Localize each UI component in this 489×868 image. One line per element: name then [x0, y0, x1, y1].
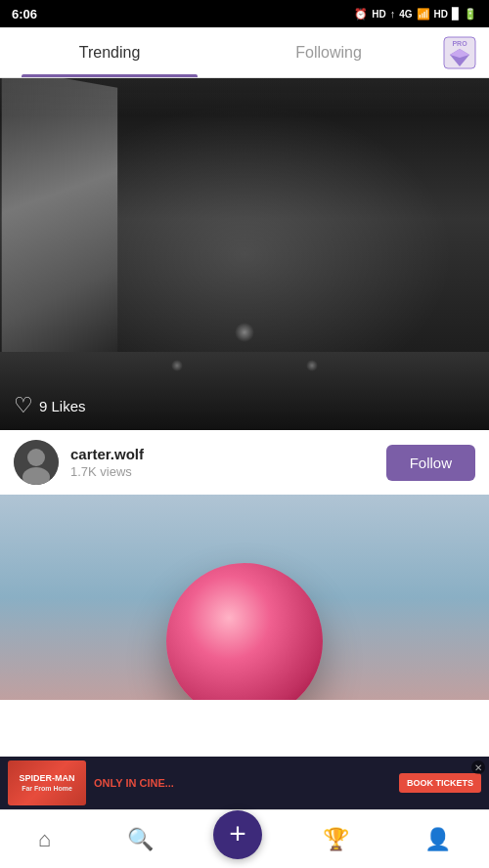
- tab-trending[interactable]: Trending: [0, 27, 219, 77]
- time: 6:06: [12, 7, 37, 22]
- username[interactable]: carter.wolf: [70, 446, 386, 462]
- ad-banner: SPIDER-MAN Far From Home ONLY IN CINE...…: [0, 757, 489, 809]
- home-icon: ⌂: [38, 827, 51, 852]
- pink-ball: [166, 563, 323, 700]
- wifi-icon: 📶: [417, 8, 430, 21]
- ad-movie-subtitle: Far From Home: [19, 784, 74, 793]
- tab-navigation: Trending Following PRO: [0, 27, 489, 78]
- ad-close-button[interactable]: ✕: [471, 760, 485, 774]
- signal-icon: ↑: [390, 8, 396, 20]
- bottom-navigation: ⌂ 🔍 + 🏆 👤: [0, 809, 489, 868]
- hd-badge-2: HD: [434, 9, 448, 20]
- tab-following[interactable]: Following: [219, 27, 438, 77]
- follow-button[interactable]: Follow: [386, 445, 475, 481]
- likes-count: 9 Likes: [39, 398, 86, 414]
- nav-home[interactable]: ⌂: [22, 819, 67, 860]
- alarm-icon: ⏰: [354, 8, 368, 21]
- trophy-icon: 🏆: [323, 827, 349, 852]
- ad-only-in-cinema: ONLY IN CINE...: [94, 777, 391, 789]
- sparkle-center: [235, 323, 254, 342]
- ceiling-glow: [0, 78, 489, 117]
- ad-movie-title: SPIDER-MAN: [19, 773, 74, 785]
- hd-badge-1: HD: [372, 9, 385, 20]
- diamond-icon: PRO: [442, 35, 477, 70]
- mirror-room-image: [0, 78, 489, 430]
- svg-point-9: [27, 449, 45, 466]
- sparkle-left: [171, 360, 183, 371]
- media-card-1: ♡ 9 Likes: [0, 78, 489, 430]
- ad-image: SPIDER-MAN Far From Home: [8, 760, 86, 805]
- mirror-panel-left: [2, 78, 117, 382]
- network-badge: 4G: [399, 9, 412, 20]
- status-bar: 6:06 ⏰ HD ↑ 4G 📶 HD ▊ 🔋: [0, 0, 489, 27]
- ad-content: SPIDER-MAN Far From Home ONLY IN CINE...…: [0, 757, 489, 809]
- pro-badge[interactable]: PRO: [438, 31, 481, 74]
- media-card-2: [0, 495, 489, 700]
- plus-icon: +: [229, 819, 246, 848]
- profile-icon: 👤: [424, 827, 451, 852]
- signal-bars: ▊: [452, 8, 460, 21]
- nav-rewards[interactable]: 🏆: [307, 819, 365, 860]
- ad-cta-button[interactable]: BOOK TICKETS: [399, 773, 481, 793]
- status-indicators: ⏰ HD ↑ 4G 📶 HD ▊ 🔋: [354, 8, 477, 21]
- likes-overlay[interactable]: ♡ 9 Likes: [14, 395, 86, 416]
- mirror-floor: [0, 352, 489, 430]
- battery-icon: 🔋: [464, 8, 477, 21]
- nav-search[interactable]: 🔍: [111, 819, 169, 860]
- avatar[interactable]: [14, 440, 59, 485]
- heart-icon: ♡: [14, 395, 33, 416]
- sparkle-right: [306, 360, 318, 371]
- user-info-row: carter.wolf 1.7K views Follow: [0, 430, 489, 495]
- main-content: ♡ 9 Likes carter.wolf 1.7K views Follow: [0, 78, 489, 809]
- views-count: 1.7K views: [70, 464, 386, 479]
- search-icon: 🔍: [127, 827, 154, 852]
- nav-profile[interactable]: 👤: [409, 819, 467, 860]
- nav-add-button[interactable]: +: [213, 810, 262, 859]
- user-info: carter.wolf 1.7K views: [70, 446, 386, 479]
- ad-text: ONLY IN CINE...: [94, 777, 391, 789]
- svg-text:PRO: PRO: [452, 40, 467, 47]
